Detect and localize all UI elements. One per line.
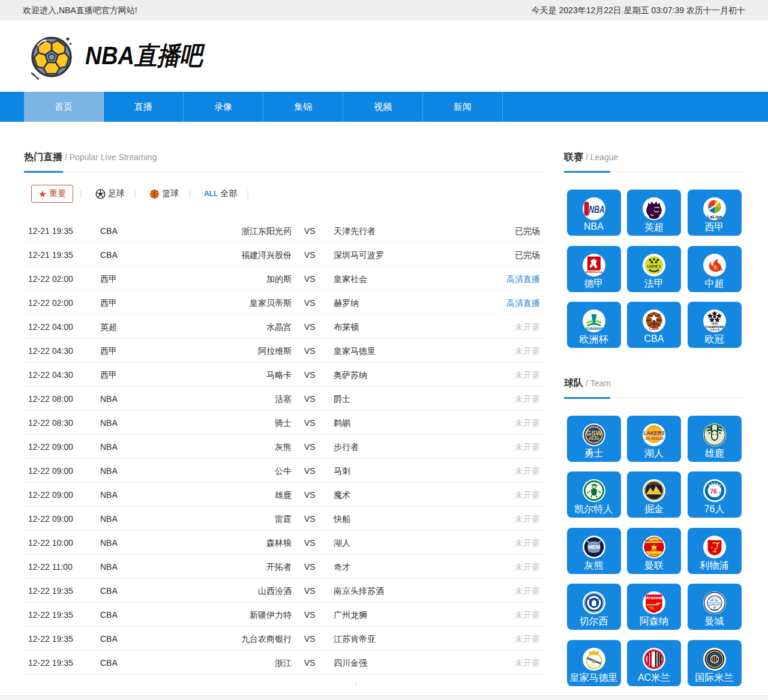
svg-text:UNITED: UNITED	[649, 552, 659, 555]
svg-text:LAKERS: LAKERS	[643, 430, 665, 436]
svg-text:LOS ANGELES: LOS ANGELES	[644, 437, 664, 440]
svg-text:NBA: NBA	[589, 205, 604, 215]
svg-text:BUNDESLIGA: BUNDESLIGA	[586, 271, 602, 274]
svg-text:CBA: CBA	[649, 326, 659, 331]
svg-text:LEAGUE: LEAGUE	[709, 329, 719, 332]
svg-text:ers: ers	[718, 490, 724, 494]
svg-text:LIGUE 1: LIGUE 1	[647, 265, 661, 268]
svg-text:MEM: MEM	[587, 544, 599, 550]
svg-text:GSW: GSW	[586, 429, 602, 436]
svg-text:MANCHESTER: MANCHESTER	[645, 539, 663, 542]
svg-text:CSL: CSL	[716, 267, 724, 271]
svg-text:M: M	[592, 657, 596, 664]
svg-text:LaLiga: LaLiga	[707, 214, 722, 220]
svg-text:76: 76	[710, 488, 717, 495]
svg-text:Arsenal: Arsenal	[645, 595, 662, 600]
svg-text:EURO2024: EURO2024	[585, 327, 602, 331]
